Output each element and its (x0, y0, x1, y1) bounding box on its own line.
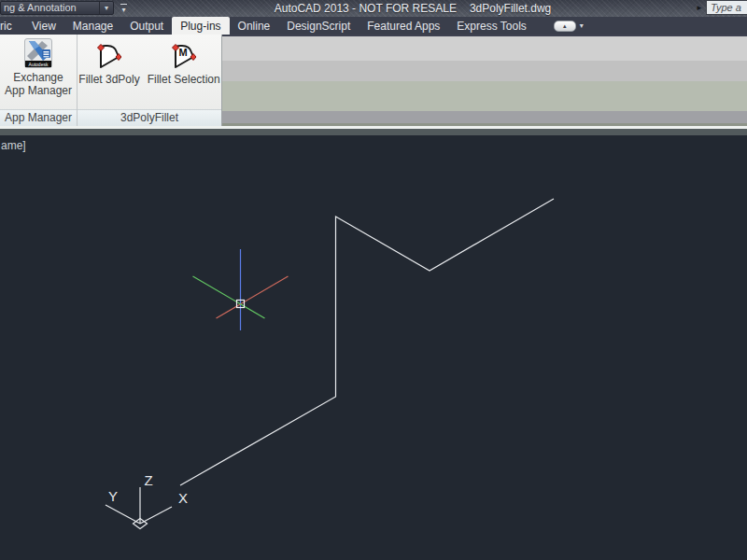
ribbon-panels: Autodesk Exchange App Manager App Manage… (0, 35, 222, 126)
ucs-x-label: X (178, 490, 188, 506)
exchange-app-manager-button[interactable]: Autodesk Exchange App Manager (2, 38, 75, 97)
tab-view[interactable]: View (23, 17, 64, 35)
minimize-ribbon-button[interactable]: ▴ ▾ (554, 17, 584, 35)
fillet-selection-button[interactable]: M Fillet Selection (145, 42, 223, 86)
infocenter-search-input[interactable] (706, 0, 747, 15)
tab-parametric[interactable]: ric (0, 17, 23, 35)
m-letter: M (178, 47, 187, 58)
title-bar: ng & Annotation ▾ ▾ AutoCAD 2013 - NOT F… (0, 0, 747, 17)
button-label: Fillet 3dPoly (78, 74, 139, 86)
ribbon-bottom-edge (0, 129, 747, 135)
ribbon: Autodesk Exchange App Manager App Manage… (0, 35, 747, 126)
document-name: 3dPolyFillet.dwg (470, 2, 551, 15)
panel-3dpolyfillet: Fillet 3dPoly M Fillet Selection 3dPolyF… (77, 35, 221, 126)
autodesk-exchange-icon: Autodesk (24, 38, 52, 68)
workspace-switcher[interactable]: ng & Annotation ▾ (0, 1, 114, 15)
tab-plug-ins[interactable]: Plug-ins (172, 17, 229, 35)
drawing-canvas[interactable]: ame] Z Y X (0, 135, 747, 560)
tab-output[interactable]: Output (121, 17, 172, 35)
workspace-label: ng & Annotation (4, 2, 99, 14)
ucs-y-label: Y (108, 488, 118, 504)
tab-featured-apps[interactable]: Featured Apps (359, 17, 448, 35)
tab-designscript[interactable]: DesignScript (278, 17, 359, 35)
panel-3dpolyfillet-buttons: Fillet 3dPoly M Fillet Selection (78, 35, 221, 109)
viewport-controls-label[interactable]: ame] (1, 139, 26, 152)
ucs-z-label: Z (144, 472, 152, 488)
fillet-3dpoly-icon (97, 42, 121, 70)
panel-app-manager-buttons: Autodesk Exchange App Manager (0, 35, 77, 109)
autodesk-wordmark: Autodesk (29, 62, 49, 67)
app-title: AutoCAD 2013 - NOT FOR RESALE (275, 2, 457, 15)
tab-express-tools[interactable]: Express Tools (448, 17, 534, 35)
quick-access-toolbar-button[interactable]: ▾ (118, 2, 130, 14)
panel-label-3dpolyfillet: 3dPolyFillet (78, 109, 221, 126)
chevron-down-icon: ▾ (99, 2, 113, 14)
window-title: AutoCAD 2013 - NOT FOR RESALE3dPolyFille… (131, 2, 695, 15)
fillet-selection-icon: M (172, 42, 196, 70)
model-space: Z Y X (0, 135, 747, 560)
tab-manage[interactable]: Manage (64, 17, 121, 35)
tab-online[interactable]: Online (230, 17, 279, 35)
panel-app-manager: Autodesk Exchange App Manager App Manage… (0, 35, 77, 126)
qat-bar-icon (120, 4, 127, 5)
fillet-3dpoly-button[interactable]: Fillet 3dPoly (76, 42, 142, 86)
panel-label-app-manager: App Manager (0, 109, 77, 126)
button-label: Exchange (13, 72, 63, 84)
infocenter-expand-icon[interactable]: ► (696, 4, 703, 12)
ribbon-tab-bar: ric View Manage Output Plug-ins Online D… (0, 17, 747, 35)
button-label: App Manager (5, 85, 72, 97)
button-label: Fillet Selection (148, 74, 220, 86)
minimize-ribbon-icon: ▴ (554, 21, 576, 32)
chevron-down-icon: ▾ (121, 6, 125, 14)
chevron-down-icon: ▾ (580, 21, 584, 30)
caret-up-icon: ▴ (563, 22, 567, 30)
